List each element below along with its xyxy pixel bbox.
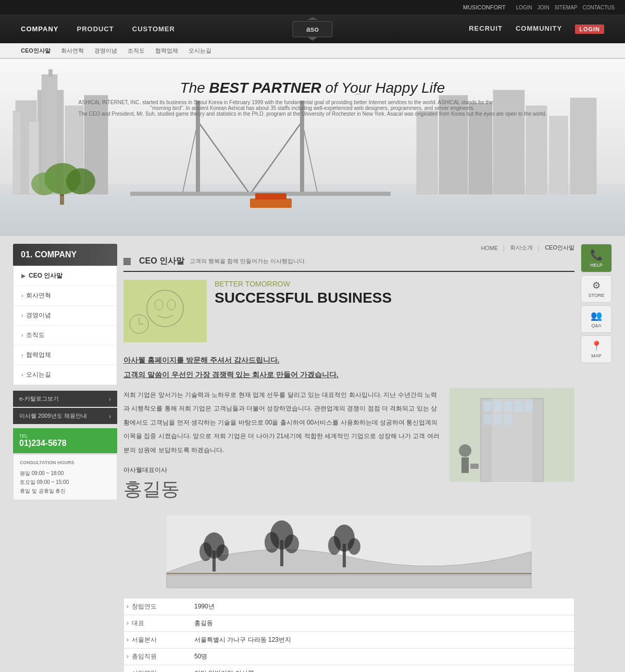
company-info-table: › 창립연도 1990년 › 대표 홍길동 › 서울본사 서울특별시 가나구 다… [123,598,574,672]
sidebar-item-location[interactable]: › 오시는길 [14,365,117,385]
breadcrumb-about[interactable]: 회사소개 [510,244,533,252]
info-label-employees: › 총임직원 [127,652,194,661]
hours-box: CONSULTATION HOURS 평일 09:00 ~ 18:00 토요일 … [13,454,117,500]
subnav-location[interactable]: 오시는길 [189,47,211,55]
info-arrow-icon: › [127,603,129,610]
right-sidebar: 📞 HELP ⚙ STORE 👥 Q&A 📍 MAP [581,244,612,672]
svg-marker-3 [307,37,318,41]
chevron-right-icon: › [109,396,111,402]
store-button[interactable]: ⚙ STORE [581,275,612,303]
login-link[interactable]: LOGIN [516,5,532,10]
sitemap-link[interactable]: SITEMAP [555,5,578,10]
svg-rect-34 [255,193,286,200]
nav-logo[interactable]: aso [292,17,333,41]
left-sidebar: 01. COMPANY ▶ CEO 인사말 › 회사연혁 › 경영이념 › 조직… [13,244,117,672]
content-lower: 저희 기업은 앞서가는 기술력과 노하우로 현재 업계 선두를 달리고 있는 대… [123,388,574,510]
catalog-btn[interactable]: e-카탈로그보기 › [13,391,117,407]
landscape-svg [123,515,574,588]
sidebar-item-history[interactable]: › 회사연혁 [14,286,117,306]
subnav-history[interactable]: 회사연혁 [61,47,84,55]
page-title: CEO 인사말 [139,256,184,267]
svg-rect-7 [13,111,21,194]
lead-1: 아사웰 홈페이지를 방문해 주셔서 감사드립니다. [123,353,574,367]
subnav-vision[interactable]: 경영이념 [94,47,117,55]
main-content: HOME │ 회사소개 │ CEO인사말 CEO 인사말 고객의 행복을 함께 … [123,244,574,672]
arrow-icon: › [21,332,23,338]
arrow-icon: › [21,372,23,378]
map-icon: 📍 [591,340,602,352]
svg-rect-51 [504,401,512,412]
svg-rect-49 [483,401,491,412]
subnav-partner[interactable]: 협력업체 [155,47,178,55]
svg-rect-54 [483,414,491,425]
svg-point-57 [459,444,471,457]
hours-saturday: 토요일 09:00 ~ 15:00 [20,478,110,487]
svg-rect-32 [0,196,625,236]
title-mark-icon [123,258,131,265]
hours-label: CONSULTATION HOURS [20,459,110,467]
hero-title-plain: The [180,80,205,96]
nav-recruit[interactable]: RECRUIT [469,24,503,34]
map-button[interactable]: 📍 MAP [581,335,612,363]
info-arrow-icon: › [127,636,129,643]
qa-button[interactable]: 👥 Q&A [581,305,612,333]
hero-text: The BEST PARTNER of Your Happy Life ASHI… [79,80,547,117]
gear-icon: ⚙ [592,280,601,291]
svg-marker-2 [307,17,318,20]
hero-section: ⌒ ⌒ ⌒ ⌒ The BEST PARTNER of Your Happy L… [0,59,625,236]
nav-login-btn[interactable]: LOGIN [575,24,604,34]
help-button[interactable]: 📞 HELP [581,244,612,272]
feature-tagline: BETTER TOMORROW [215,280,574,288]
hero-desc1: ASHICAL INTERNET, INC. started its busin… [79,99,381,105]
info-value-business: 기타 일반기업 아사웰 [194,669,254,672]
sidebar-item-org[interactable]: › 조직도 [14,326,117,345]
nav-left: COMPANY PRODUCT CUSTOMER [21,25,175,33]
hero-desc2: "morning bird". In ancient Korean Ashica… [79,105,547,111]
info-row-2: › 서울본사 서울특별시 가나구 다라동 123번지 [124,632,574,649]
breadcrumb: HOME │ 회사소개 │ CEO인사말 [123,244,574,252]
feature-image [123,280,207,342]
subnav-ceo[interactable]: CEO인사말 [21,47,51,55]
subnav-org[interactable]: 조직도 [128,47,145,55]
info-value-founding: 1990년 [194,602,215,611]
nav-bar: COMPANY PRODUCT CUSTOMER aso RECRUIT COM… [0,15,625,43]
svg-rect-55 [494,414,502,425]
nav-community[interactable]: COMMUNITY [516,24,562,34]
brand-label: MUSICONFORT [463,4,506,10]
join-link[interactable]: JOIN [538,5,549,10]
sub-nav: CEO인사말 회사연혁 경영이념 조직도 협력업체 오시는길 [0,43,625,59]
info-value-ceo: 홍길동 [194,619,213,628]
breadcrumb-sep-1: │ [502,245,506,251]
photo-section [449,388,574,510]
info-row-1: › 대표 홍길동 [124,615,574,632]
svg-point-68 [284,534,299,553]
lead-2: 고객의 말씀이 우선인 가장 경쟁력 있는 회사로 만들어 가겠습니다. [123,367,574,382]
info-label-ceo: › 대표 [127,619,194,628]
svg-rect-59 [470,464,479,469]
hours-weekday: 평일 09:00 ~ 18:00 [20,469,110,478]
svg-rect-50 [494,401,502,412]
svg-rect-14 [417,111,438,194]
svg-rect-56 [504,414,512,425]
nav-company[interactable]: COMPANY [21,25,58,33]
info-arrow-icon: › [127,669,129,672]
nav-product[interactable]: PRODUCT [77,25,114,33]
contactus-link[interactable]: CONTACTUS [583,5,615,10]
chevron-right-icon: › [109,413,111,419]
nav-customer[interactable]: CUSTOMER [132,25,175,33]
top-bar: MUSICONFORT LOGIN JOIN SITEMAP CONTACTUS [0,0,625,15]
notice-btn[interactable]: 이사웰 2009년도 채용안내 › [13,408,117,424]
signature-name: 홍길동 [123,477,442,502]
sidebar-item-ceo[interactable]: ▶ CEO 인사말 [14,266,117,286]
svg-point-72 [348,538,360,555]
sidebar-item-partner[interactable]: › 협력업체 [14,345,117,365]
hours-holiday: 휴일 및 공휴일 휴진 [20,487,110,495]
sidebar-item-vision[interactable]: › 경영이념 [14,306,117,326]
breadcrumb-home[interactable]: HOME [481,245,498,251]
top-links: LOGIN JOIN SITEMAP CONTACTUS [516,5,615,10]
svg-point-29 [66,168,95,194]
arrow-icon: › [21,293,23,298]
svg-rect-20 [570,98,596,194]
svg-point-67 [265,532,279,553]
tel-box: TEL 01)234-5678 [13,428,117,453]
